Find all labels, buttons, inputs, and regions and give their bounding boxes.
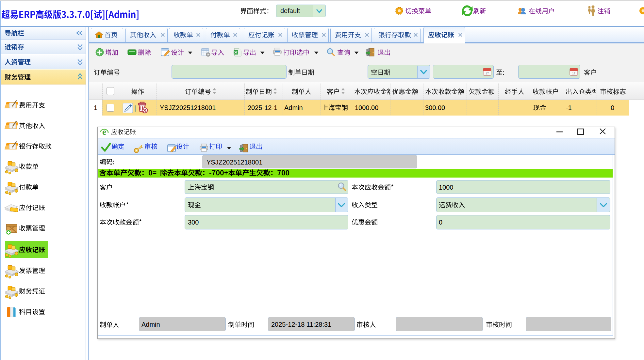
svg-text:1: 1 — [94, 104, 97, 111]
svg-text:-1: -1 — [566, 104, 572, 111]
svg-text:YSJZ20251218001: YSJZ20251218001 — [206, 159, 262, 166]
svg-text:17: 17 — [486, 72, 489, 75]
svg-text:2025-12-1: 2025-12-1 — [248, 104, 277, 111]
svg-text:e: e — [102, 127, 106, 137]
svg-text:default: default — [280, 7, 300, 14]
svg-text:300: 300 — [188, 219, 199, 226]
svg-text:2025-12-18 11:28:31: 2025-12-18 11:28:31 — [271, 321, 331, 328]
svg-text:0: 0 — [439, 219, 442, 226]
svg-text:1000: 1000 — [439, 184, 454, 191]
svg-text:17: 17 — [572, 72, 575, 75]
svg-text:Admin: Admin — [141, 321, 160, 328]
svg-text:YSJZ20251218001: YSJZ20251218001 — [160, 104, 216, 111]
svg-text:0: 0 — [611, 104, 614, 111]
svg-text:|: | — [134, 104, 136, 112]
svg-text:Admin: Admin — [284, 104, 303, 111]
svg-text:300.00: 300.00 — [425, 104, 445, 111]
svg-text:1000.00: 1000.00 — [355, 104, 378, 111]
